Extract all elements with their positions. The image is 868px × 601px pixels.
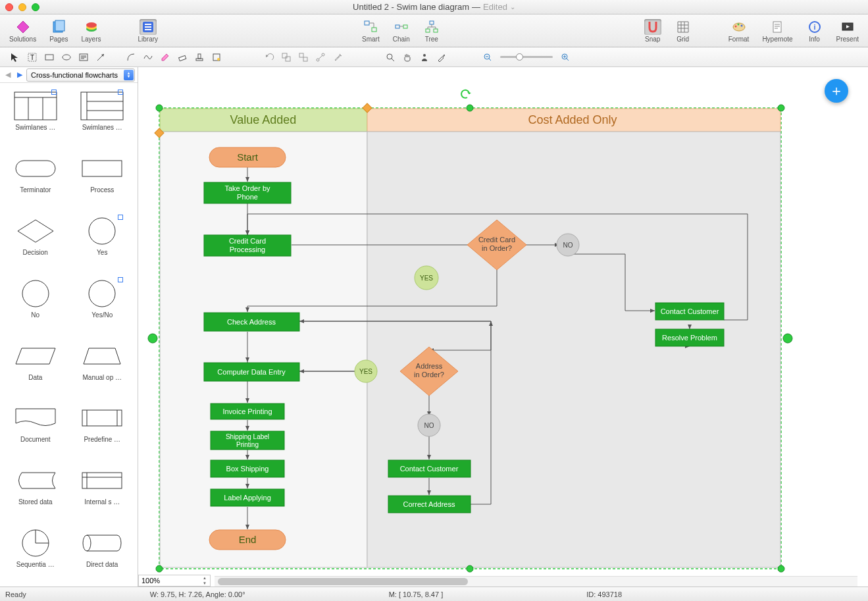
undo-icon[interactable] xyxy=(262,50,276,65)
svg-marker-44 xyxy=(266,55,268,57)
svg-point-21 xyxy=(740,24,742,26)
shape-predefine-[interactable]: Predefine … xyxy=(71,399,134,457)
svg-text:YES: YES xyxy=(420,274,433,282)
smart-button[interactable]: Smart xyxy=(359,18,382,44)
shape-process[interactable]: Process xyxy=(71,149,134,208)
svg-point-143 xyxy=(467,105,473,111)
svg-rect-13 xyxy=(403,25,407,28)
add-fab-button[interactable]: ＋ xyxy=(825,79,848,103)
grid-button[interactable]: Grid xyxy=(672,18,694,44)
svg-line-51 xyxy=(319,55,322,59)
svg-point-146 xyxy=(783,334,792,343)
title-menu-icon[interactable]: ⌄ xyxy=(510,3,515,11)
svg-point-145 xyxy=(148,334,157,343)
shape-terminator[interactable]: Terminator xyxy=(4,149,67,208)
shape-stored-data[interactable]: Stored data xyxy=(4,461,67,520)
solutions-button[interactable]: Solutions xyxy=(7,18,39,44)
hypernote-button[interactable]: Hypernote xyxy=(759,18,795,44)
svg-point-54 xyxy=(423,54,426,57)
line-tool-icon[interactable] xyxy=(93,50,108,65)
present-button[interactable]: Present xyxy=(834,18,861,44)
shape-swimlanes-[interactable]: Swimlanes … xyxy=(4,87,67,145)
ungroup-icon[interactable] xyxy=(296,50,311,65)
svg-marker-76 xyxy=(16,348,55,364)
close-icon[interactable] xyxy=(5,3,13,11)
crop-tool-icon[interactable] xyxy=(209,50,224,65)
diagram-svg[interactable]: Value Added Cost Added Only xyxy=(138,67,862,587)
svg-text:Label Applying: Label Applying xyxy=(224,494,271,502)
hand-tool-icon[interactable] xyxy=(400,50,415,65)
shape-yes-no[interactable]: Yes/No xyxy=(71,274,134,333)
eraser-tool-icon[interactable] xyxy=(175,50,190,65)
canvas[interactable]: Value Added Cost Added Only xyxy=(138,67,868,587)
highlighter-tool-icon[interactable] xyxy=(158,50,172,65)
svg-rect-30 xyxy=(45,55,53,60)
eyedropper-tool-icon[interactable] xyxy=(434,50,449,65)
group-icon[interactable] xyxy=(279,50,294,65)
svg-rect-9 xyxy=(145,29,151,30)
snap-button[interactable]: Snap xyxy=(642,18,664,44)
svg-point-147 xyxy=(156,565,163,572)
svg-rect-10 xyxy=(365,21,369,25)
shape-no[interactable]: No xyxy=(4,274,67,333)
svg-rect-7 xyxy=(145,24,151,25)
text-select-tool-icon[interactable]: T xyxy=(25,50,39,65)
lib-back-icon[interactable]: ◀ xyxy=(3,70,13,80)
chain-button[interactable]: Chain xyxy=(390,18,413,44)
search-tool-icon[interactable] xyxy=(383,50,397,65)
shape-yes[interactable]: Yes xyxy=(71,212,134,271)
shape-decision[interactable]: Decision xyxy=(4,212,67,271)
svg-text:Processing: Processing xyxy=(230,246,265,253)
shape-data[interactable]: Data xyxy=(4,337,67,396)
svg-text:Check Address: Check Address xyxy=(227,318,276,326)
zoom-out-icon[interactable] xyxy=(480,50,495,65)
lib-fwd-icon[interactable]: ▶ xyxy=(14,70,25,80)
tool-strip: T xyxy=(0,47,868,67)
layers-button[interactable]: Layers xyxy=(79,18,104,44)
shape-swimlanes-[interactable]: Swimlanes … xyxy=(71,87,134,145)
tree-button[interactable]: Tree xyxy=(421,18,443,44)
svg-text:Contact Customer: Contact Customer xyxy=(400,465,459,473)
spline-tool-icon[interactable] xyxy=(141,50,155,65)
status-dims: W: 9.75, H: 7.26, Angle: 0.00° xyxy=(150,590,245,598)
pages-button[interactable]: Pages xyxy=(47,18,70,44)
format-button[interactable]: Format xyxy=(726,18,752,44)
shape-internal-s-[interactable]: Internal s … xyxy=(71,461,134,520)
zoom-in-icon[interactable] xyxy=(558,50,573,65)
canvas-area: Value Added Cost Added Only xyxy=(138,67,868,587)
svg-marker-27 xyxy=(11,53,18,62)
svg-point-144 xyxy=(778,105,784,111)
zoom-value: 100% xyxy=(141,577,160,585)
zoom-icon[interactable] xyxy=(32,3,39,11)
ellipse-tool-icon[interactable] xyxy=(59,50,74,65)
horizontal-scrollbar[interactable] xyxy=(215,576,857,587)
pointer-tool-icon[interactable] xyxy=(8,50,22,65)
info-button[interactable]: iInfo xyxy=(804,18,826,44)
zoom-input[interactable]: 100% ▲▼ xyxy=(138,575,211,587)
shape-document[interactable]: Document xyxy=(4,399,67,457)
shape-direct-data[interactable]: Direct data xyxy=(71,524,134,583)
svg-point-5 xyxy=(86,22,97,28)
svg-rect-45 xyxy=(282,53,287,58)
library-selector[interactable]: Cross-functional flowcharts ▲▼ xyxy=(26,68,135,82)
text-tool-icon[interactable] xyxy=(76,50,91,65)
curve-tool-icon[interactable] xyxy=(124,50,138,65)
shape-manual-op-[interactable]: Manual op … xyxy=(71,337,134,396)
person-tool-icon[interactable] xyxy=(417,50,432,65)
stamp-tool-icon[interactable] xyxy=(192,50,207,65)
library-button[interactable]: Library xyxy=(136,18,161,44)
minimize-icon[interactable] xyxy=(18,3,26,11)
svg-line-53 xyxy=(392,59,394,61)
shape-sequentia-[interactable]: Sequentia … xyxy=(4,524,67,583)
node-start: Start xyxy=(237,151,259,163)
status-bar: Ready W: 9.75, H: 7.26, Angle: 0.00° M: … xyxy=(0,587,868,601)
svg-rect-17 xyxy=(434,29,438,32)
rect-tool-icon[interactable] xyxy=(42,50,57,65)
svg-text:in Order?: in Order? xyxy=(414,371,444,379)
refresh-handle-icon[interactable] xyxy=(461,90,471,98)
connect-icon[interactable] xyxy=(313,50,328,65)
wrench-icon[interactable] xyxy=(330,50,345,65)
svg-text:End: End xyxy=(239,534,257,545)
zoom-slider[interactable] xyxy=(500,56,553,58)
svg-text:in Order?: in Order? xyxy=(482,244,512,252)
